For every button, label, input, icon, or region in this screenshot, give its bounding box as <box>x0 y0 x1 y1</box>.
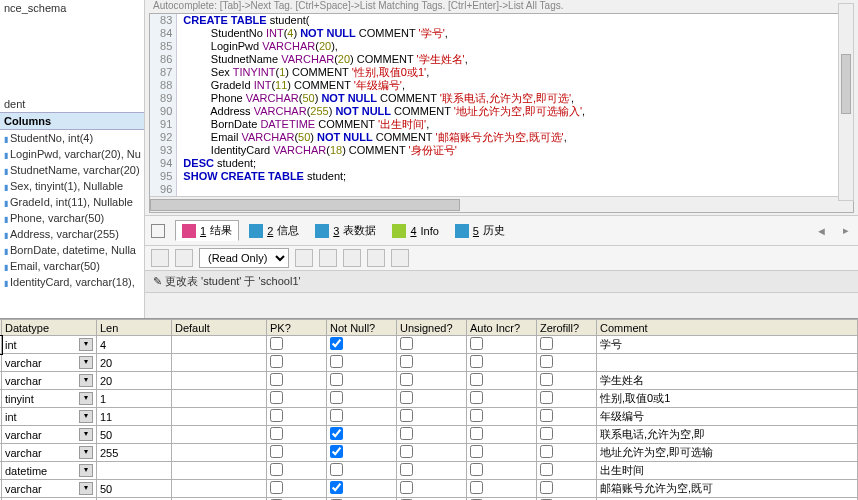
editor-hscrollbar[interactable] <box>150 196 853 212</box>
nn-checkbox[interactable] <box>330 427 343 440</box>
ai-checkbox[interactable] <box>470 463 483 476</box>
pk-checkbox[interactable] <box>270 337 283 350</box>
table-label[interactable]: dent <box>0 96 144 112</box>
ai-checkbox[interactable] <box>470 427 483 440</box>
un-checkbox[interactable] <box>400 409 413 422</box>
grid-header[interactable]: PK? <box>267 320 327 336</box>
nn-checkbox[interactable] <box>330 355 343 368</box>
nn-checkbox[interactable] <box>330 373 343 386</box>
dropdown-icon[interactable]: ▾ <box>79 446 93 459</box>
code-area[interactable]: CREATE TABLE student( StudentNo INT(4) N… <box>177 14 591 196</box>
pk-checkbox[interactable] <box>270 481 283 494</box>
tool-btn-2[interactable] <box>319 249 337 267</box>
ai-checkbox[interactable] <box>470 355 483 368</box>
table-row[interactable]: Addressvarchar▾255地址允许为空,即可选输 <box>0 444 858 462</box>
table-row[interactable]: GradeIdint▾11年级编号 <box>0 408 858 426</box>
table-row[interactable]: Emailvarchar▾50邮箱账号允许为空,既可 <box>0 480 858 498</box>
zf-checkbox[interactable] <box>540 373 553 386</box>
ai-checkbox[interactable] <box>470 373 483 386</box>
pk-checkbox[interactable] <box>270 427 283 440</box>
nn-checkbox[interactable] <box>330 391 343 404</box>
tree-column[interactable]: BornDate, datetime, Nulla <box>0 242 144 258</box>
grid-header[interactable]: Not Null? <box>327 320 397 336</box>
ai-checkbox[interactable] <box>470 391 483 404</box>
zf-checkbox[interactable] <box>540 337 553 350</box>
tree-column[interactable]: GradeId, int(11), Nullable <box>0 194 144 210</box>
table-row[interactable]: Sextinyint▾1性别,取值0或1 <box>0 390 858 408</box>
tab-next-icon[interactable]: ▸ <box>840 224 852 237</box>
ai-checkbox[interactable] <box>470 337 483 350</box>
pk-checkbox[interactable] <box>270 355 283 368</box>
tab-表数据[interactable]: 3 表数据 <box>309 220 382 241</box>
tab-历史[interactable]: 5 历史 <box>449 220 511 241</box>
dropdown-icon[interactable]: ▾ <box>79 410 93 423</box>
table-row[interactable]: BornDatedatetime▾出生时间 <box>0 462 858 480</box>
grid-header[interactable]: Datatype <box>2 320 97 336</box>
ai-checkbox[interactable] <box>470 481 483 494</box>
tab-信息[interactable]: 2 信息 <box>243 220 305 241</box>
tool-btn-4[interactable] <box>367 249 385 267</box>
zf-checkbox[interactable] <box>540 427 553 440</box>
tree-column[interactable]: Phone, varchar(50) <box>0 210 144 226</box>
grid-header[interactable]: Len <box>97 320 172 336</box>
zf-checkbox[interactable] <box>540 463 553 476</box>
readonly-combo[interactable]: (Read Only) <box>199 248 289 268</box>
tab-Info[interactable]: 4 Info <box>386 220 444 241</box>
tab-结果[interactable]: 1 结果 <box>175 220 239 241</box>
tree-column[interactable]: StudnetName, varchar(20) <box>0 162 144 178</box>
nn-checkbox[interactable] <box>330 463 343 476</box>
pk-checkbox[interactable] <box>270 373 283 386</box>
pk-checkbox[interactable] <box>270 445 283 458</box>
dropdown-icon[interactable]: ▾ <box>79 356 93 369</box>
nn-checkbox[interactable] <box>330 337 343 350</box>
dropdown-icon[interactable]: ▾ <box>79 482 93 495</box>
un-checkbox[interactable] <box>400 337 413 350</box>
tab-menu-icon[interactable] <box>151 224 165 238</box>
dropdown-icon[interactable]: ▾ <box>79 374 93 387</box>
table-row[interactable]: LoginPwdvarchar▾20 <box>0 354 858 372</box>
pk-checkbox[interactable] <box>270 463 283 476</box>
tree-column[interactable]: LoginPwd, varchar(20), Nu <box>0 146 144 162</box>
ai-checkbox[interactable] <box>470 409 483 422</box>
grid-icon[interactable] <box>175 249 193 267</box>
grid-header[interactable]: Unsigned? <box>397 320 467 336</box>
tree-column[interactable]: Sex, tinyint(1), Nullable <box>0 178 144 194</box>
un-checkbox[interactable] <box>400 481 413 494</box>
ai-checkbox[interactable] <box>470 445 483 458</box>
dropdown-icon[interactable]: ▾ <box>79 464 93 477</box>
zf-checkbox[interactable] <box>540 391 553 404</box>
tree-column[interactable]: Address, varchar(255) <box>0 226 144 242</box>
pk-checkbox[interactable] <box>270 391 283 404</box>
pk-checkbox[interactable] <box>270 409 283 422</box>
zf-checkbox[interactable] <box>540 445 553 458</box>
tab-prev-icon[interactable]: ◄ <box>813 225 830 237</box>
grid-header[interactable]: Comment <box>597 320 858 336</box>
un-checkbox[interactable] <box>400 463 413 476</box>
un-checkbox[interactable] <box>400 391 413 404</box>
zf-checkbox[interactable] <box>540 481 553 494</box>
table-row[interactable]: Phonevarchar▾50联系电话,允许为空,即 <box>0 426 858 444</box>
grid-header[interactable]: Auto Incr? <box>467 320 537 336</box>
columns-folder[interactable]: Columns <box>0 112 144 130</box>
tool-btn-5[interactable] <box>391 249 409 267</box>
dropdown-icon[interactable]: ▾ <box>79 392 93 405</box>
dropdown-icon[interactable]: ▾ <box>79 338 93 351</box>
tree-column[interactable]: IdentityCard, varchar(18), <box>0 274 144 290</box>
table-row[interactable]: StudnetNamevarchar▾20学生姓名 <box>0 372 858 390</box>
nn-checkbox[interactable] <box>330 409 343 422</box>
editor-vscrollbar[interactable] <box>838 3 854 201</box>
tree-column[interactable]: StudentNo, int(4) <box>0 130 144 146</box>
sql-editor[interactable]: 8384858687888990919293949596979899100101… <box>149 13 854 213</box>
un-checkbox[interactable] <box>400 427 413 440</box>
zf-checkbox[interactable] <box>540 355 553 368</box>
un-checkbox[interactable] <box>400 445 413 458</box>
export-icon[interactable] <box>151 249 169 267</box>
tool-btn-3[interactable] <box>343 249 361 267</box>
dropdown-icon[interactable]: ▾ <box>79 428 93 441</box>
nn-checkbox[interactable] <box>330 445 343 458</box>
grid-header[interactable]: Zerofill? <box>537 320 597 336</box>
grid-header[interactable]: Default <box>172 320 267 336</box>
tool-btn-1[interactable] <box>295 249 313 267</box>
un-checkbox[interactable] <box>400 355 413 368</box>
table-row[interactable]: *int▾4学号 <box>0 336 858 354</box>
